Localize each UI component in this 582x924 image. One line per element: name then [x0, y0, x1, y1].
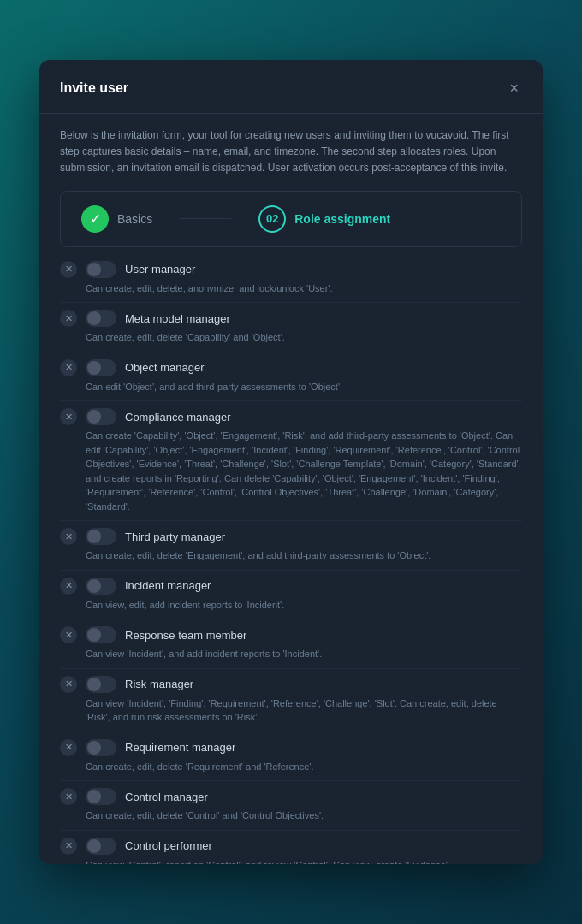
step-1: ✓ Basics	[81, 205, 152, 233]
role-header: ✕Control manager	[60, 788, 522, 805]
role-toggle[interactable]	[86, 788, 116, 805]
role-name: Requirement manager	[125, 741, 235, 754]
role-item: ✕Control managerCan create, edit, delete…	[60, 788, 522, 831]
role-description: Can create, edit, delete 'Capability' an…	[60, 330, 522, 345]
toggle-thumb	[87, 839, 101, 853]
role-header: ✕Control performer	[60, 838, 522, 855]
role-description: Can create, edit, delete, anonymize, and…	[60, 281, 522, 296]
step-2: 02 Role assignment	[258, 205, 390, 233]
role-header: ✕Requirement manager	[60, 739, 522, 756]
step-2-label: Role assignment	[294, 212, 390, 226]
role-name: Control performer	[125, 839, 212, 852]
divider	[60, 732, 522, 732]
role-name: Compliance manager	[125, 411, 231, 424]
divider	[60, 780, 522, 781]
role-toggle[interactable]	[86, 310, 116, 327]
role-description: Can create, edit, delete 'Control' and '…	[60, 808, 522, 823]
role-remove-button[interactable]: ✕	[60, 739, 77, 756]
modal-overlay: Invite user × Below is the invitation fo…	[0, 0, 582, 924]
role-remove-button[interactable]: ✕	[60, 310, 77, 327]
toggle-thumb	[87, 678, 101, 691]
toggle-thumb	[87, 311, 101, 325]
role-toggle[interactable]	[86, 408, 116, 425]
role-header: ✕Object manager	[60, 359, 522, 376]
role-description: Can view 'Incident', and add incident re…	[60, 647, 522, 661]
step-1-circle: ✓	[81, 205, 109, 233]
role-item: ✕Control performerCan view 'Control', re…	[60, 838, 522, 864]
role-item: ✕Response team memberCan view 'Incident'…	[60, 626, 522, 669]
role-toggle[interactable]	[86, 739, 116, 756]
role-toggle[interactable]	[86, 838, 116, 855]
role-header: ✕Meta model manager	[60, 310, 522, 327]
role-remove-button[interactable]: ✕	[60, 408, 77, 425]
step-2-circle: 02	[258, 205, 286, 233]
toggle-thumb	[87, 741, 101, 755]
role-description: Can edit 'Object', and add third-party a…	[60, 380, 522, 394]
role-description: Can create, edit, delete 'Engagement', a…	[60, 548, 522, 563]
toggle-thumb	[87, 579, 101, 593]
role-toggle[interactable]	[86, 528, 116, 545]
role-item: ✕Meta model managerCan create, edit, del…	[60, 310, 522, 352]
role-item: ✕Compliance managerCan create 'Capabilit…	[60, 408, 522, 521]
role-header: ✕Compliance manager	[60, 408, 522, 425]
modal-header: Invite user ×	[39, 60, 543, 114]
role-toggle[interactable]	[86, 626, 116, 643]
role-description: Can create, edit, delete 'Requirement' a…	[60, 760, 522, 774]
role-header: ✕Risk manager	[60, 676, 522, 693]
role-name: Response team member	[125, 629, 246, 642]
role-item: ✕Third party managerCan create, edit, de…	[60, 528, 522, 571]
role-name: Control manager	[125, 791, 208, 803]
divider	[60, 668, 522, 669]
role-name: Incident manager	[125, 579, 211, 592]
toggle-thumb	[87, 790, 101, 803]
role-remove-button[interactable]: ✕	[60, 578, 77, 595]
role-item: ✕Incident managerCan view, edit, add inc…	[60, 578, 522, 620]
toggle-thumb	[87, 530, 101, 543]
divider	[60, 830, 522, 831]
role-remove-button[interactable]: ✕	[60, 838, 77, 855]
modal-title: Invite user	[60, 80, 128, 96]
role-item: ✕User managerCan create, edit, delete, a…	[60, 261, 522, 304]
role-toggle[interactable]	[86, 261, 116, 278]
role-header: ✕Third party manager	[60, 528, 522, 545]
role-description: Can view, edit, add incident reports to …	[60, 598, 522, 613]
step-divider	[180, 218, 231, 219]
role-description: Can create 'Capability', 'Object', 'Enga…	[60, 429, 522, 513]
role-item: ✕Object managerCan edit 'Object', and ad…	[60, 359, 522, 402]
divider	[60, 352, 522, 352]
role-remove-button[interactable]: ✕	[60, 528, 77, 545]
role-header: ✕Response team member	[60, 626, 522, 643]
divider	[60, 619, 522, 619]
role-name: Third party manager	[125, 530, 225, 543]
divider	[60, 520, 522, 521]
role-toggle[interactable]	[86, 578, 116, 595]
role-remove-button[interactable]: ✕	[60, 676, 77, 693]
toggle-thumb	[87, 628, 101, 642]
role-remove-button[interactable]: ✕	[60, 626, 77, 643]
role-toggle[interactable]	[86, 359, 116, 376]
role-description: Can view 'Control', report on 'Control',…	[60, 858, 522, 864]
toggle-thumb	[87, 410, 101, 424]
divider	[60, 400, 522, 401]
roles-list: ✕User managerCan create, edit, delete, a…	[39, 254, 543, 864]
step-1-label: Basics	[117, 212, 152, 226]
role-remove-button[interactable]: ✕	[60, 261, 77, 278]
stepper: ✓ Basics 02 Role assignment	[60, 191, 522, 247]
invite-user-modal: Invite user × Below is the invitation fo…	[39, 60, 543, 864]
role-name: User manager	[125, 263, 195, 275]
role-header: ✕Incident manager	[60, 578, 522, 595]
role-name: Object manager	[125, 361, 205, 374]
modal-description: Below is the invitation form, your tool …	[39, 114, 543, 191]
role-name: Meta model manager	[125, 312, 230, 325]
role-toggle[interactable]	[86, 676, 116, 693]
role-remove-button[interactable]: ✕	[60, 788, 77, 805]
role-header: ✕User manager	[60, 261, 522, 278]
role-description: Can view 'Incident', 'Finding', 'Require…	[60, 696, 522, 725]
role-remove-button[interactable]: ✕	[60, 359, 77, 376]
divider	[60, 302, 522, 303]
close-button[interactable]: ×	[506, 77, 522, 99]
role-item: ✕Requirement managerCan create, edit, de…	[60, 739, 522, 782]
divider	[60, 570, 522, 571]
toggle-thumb	[87, 263, 101, 276]
toggle-thumb	[87, 361, 101, 375]
